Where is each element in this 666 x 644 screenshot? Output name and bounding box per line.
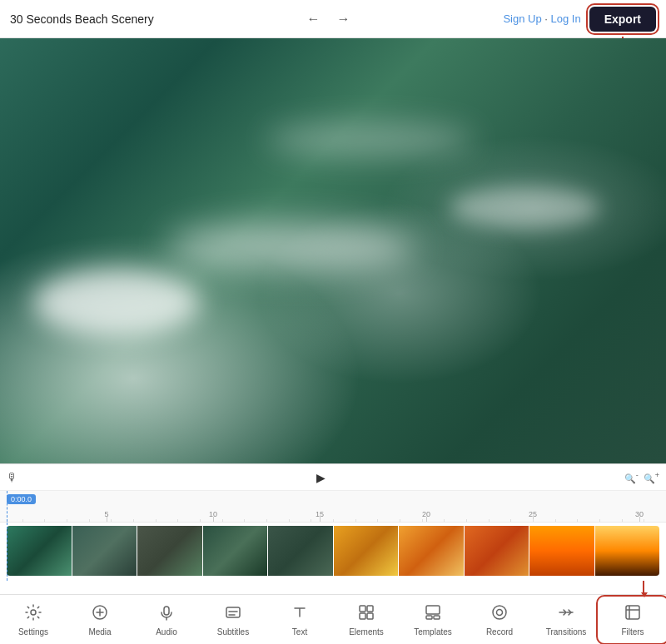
play-button[interactable]: ▶: [316, 471, 326, 484]
export-wrapper: Export: [589, 7, 656, 32]
svg-rect-18: [626, 606, 639, 619]
foam-overlay-4: [266, 123, 475, 156]
zoom-controls: 🔍- 🔍+: [624, 471, 659, 484]
svg-rect-9: [360, 606, 365, 612]
undo-button[interactable]: ←: [302, 8, 326, 30]
toolbar-item-audio[interactable]: Audio: [133, 598, 200, 642]
toolbar-item-elements[interactable]: Elements: [333, 598, 400, 642]
foam-overlay-3: [450, 187, 599, 229]
strip-frame-5: [268, 526, 333, 576]
filters-icon: [624, 603, 642, 624]
text-icon: [291, 603, 309, 624]
svg-rect-13: [426, 606, 440, 614]
toolbar-label-subtitles: Subtitles: [217, 627, 249, 637]
timeline-controls: 🎙 ▶ 🔍- 🔍+: [0, 464, 666, 491]
playhead-time: 0:00.0: [7, 494, 36, 504]
svg-rect-12: [367, 613, 373, 619]
subtitles-icon: [224, 603, 242, 624]
svg-rect-11: [360, 613, 365, 619]
auth-separator: ·: [544, 12, 548, 25]
svg-rect-6: [226, 607, 240, 617]
media-icon: [91, 603, 109, 624]
toolbar-label-elements: Elements: [349, 627, 384, 637]
audio-icon: [157, 603, 176, 624]
toolbar-label-record: Record: [486, 627, 513, 637]
record-icon: [490, 603, 509, 624]
toolbar-label-text: Text: [292, 627, 307, 637]
elements-icon: [357, 603, 375, 624]
zoom-out-button[interactable]: 🔍-: [624, 471, 639, 484]
settings-icon: [24, 603, 42, 624]
toolbar-label-filters: Filters: [621, 627, 644, 637]
auth-links: Sign Up · Log In: [503, 12, 580, 25]
toolbar-label-audio: Audio: [156, 627, 177, 637]
video-canvas: [0, 38, 666, 463]
toolbar-item-filters[interactable]: Filters: [599, 598, 666, 642]
svg-point-0: [31, 610, 36, 615]
svg-rect-15: [434, 616, 440, 619]
toolbar-item-settings[interactable]: Settings: [0, 598, 67, 642]
strip-frame-1: [7, 526, 72, 576]
mic-icon: 🎙: [7, 471, 18, 484]
sign-up-link[interactable]: Sign Up: [503, 12, 541, 25]
header-right: Sign Up · Log In Export: [503, 7, 656, 32]
strip-frame-6: [334, 526, 399, 576]
toolbar-item-subtitles[interactable]: Subtitles: [200, 598, 266, 642]
zoom-in-button[interactable]: 🔍+: [644, 471, 659, 484]
video-preview-area: [0, 38, 666, 463]
play-area: ▶: [25, 471, 618, 484]
svg-point-17: [497, 609, 503, 615]
timeline-section: 🎙 ▶ 🔍- 🔍+ 0:00.0 51015202530: [0, 463, 666, 594]
foam-overlay-2: [166, 222, 416, 272]
strip-frame-8: [465, 526, 529, 576]
strip-frame-9: [529, 526, 594, 576]
export-button[interactable]: Export: [589, 7, 656, 32]
toolbar-label-templates: Templates: [414, 627, 452, 637]
svg-rect-10: [367, 606, 373, 612]
header-center: ← →: [302, 8, 355, 30]
strip-frame-3: [137, 526, 202, 576]
toolbar-item-media[interactable]: Media: [67, 598, 133, 642]
toolbar-item-text[interactable]: Text: [266, 598, 333, 642]
app-header: 30 Seconds Beach Scenery ← → Sign Up · L…: [0, 0, 666, 38]
filters-arrow-area: [0, 581, 666, 594]
toolbar-item-record[interactable]: Record: [466, 598, 533, 642]
strip-playhead-line: [7, 523, 7, 581]
svg-rect-4: [164, 607, 169, 615]
strip-frame-10: [595, 526, 660, 576]
bottom-toolbar: SettingsMediaAudioSubtitlesTextElementsT…: [0, 594, 666, 644]
ruler-marks-container: 51015202530: [0, 505, 666, 522]
toolbar-label-media: Media: [88, 627, 111, 637]
strip-frame-2: [72, 526, 137, 576]
video-strip: [7, 526, 659, 576]
toolbar-label-settings: Settings: [18, 627, 48, 637]
beach-scene: [0, 38, 666, 463]
transitions-icon: [557, 603, 575, 624]
timeline-ruler-area: 0:00.0 51015202530: [0, 491, 666, 523]
log-in-link[interactable]: Log In: [551, 12, 581, 25]
strip-frame-7: [399, 526, 464, 576]
project-title: 30 Seconds Beach Scenery: [10, 12, 154, 26]
header-left: 30 Seconds Beach Scenery: [10, 12, 154, 26]
templates-icon: [424, 603, 442, 624]
toolbar-label-transitions: Transitions: [546, 627, 587, 637]
toolbar-item-transitions[interactable]: Transitions: [533, 598, 599, 642]
foam-overlay-1: [33, 270, 200, 336]
toolbar-item-templates[interactable]: Templates: [400, 598, 466, 642]
filters-arrow-head: [641, 592, 648, 597]
video-strip-container: [0, 523, 666, 581]
strip-frame-4: [203, 526, 268, 576]
redo-button[interactable]: →: [332, 8, 355, 30]
svg-rect-14: [426, 616, 432, 619]
svg-point-16: [493, 606, 506, 619]
